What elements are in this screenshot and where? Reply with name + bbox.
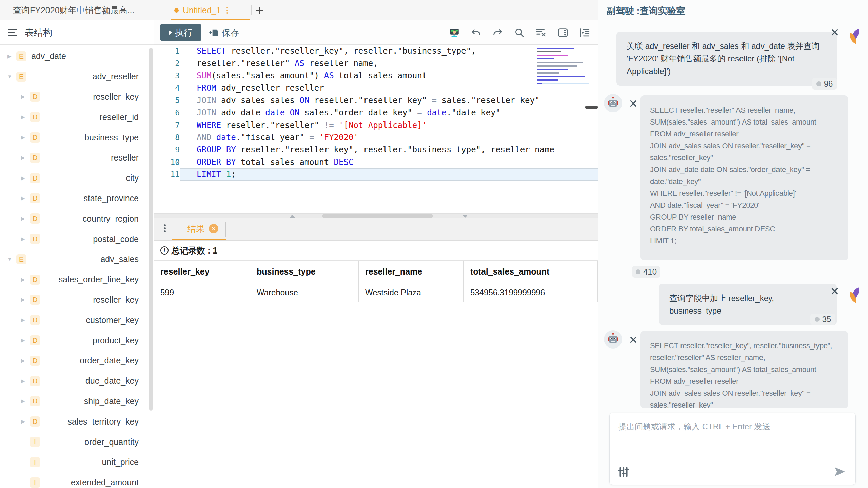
close-message-icon[interactable]: [830, 27, 840, 37]
tree-item-reseller_key[interactable]: ▶Dreseller_key: [0, 87, 154, 107]
chevron-right-icon[interactable]: ▶: [21, 155, 26, 161]
chevron-right-icon[interactable]: ▶: [21, 94, 26, 100]
tree-item-state_province[interactable]: ▶Dstate_province: [0, 188, 154, 209]
sidebar-scrollbar[interactable]: [149, 48, 153, 411]
tree-item-order_date_key[interactable]: ▶Dorder_date_key: [0, 351, 154, 371]
tree-item-extended_amount[interactable]: Iextended_amount: [0, 472, 154, 488]
tab-untitled-1[interactable]: Untitled_1: [174, 0, 229, 20]
tree-item-postal_code[interactable]: ▶Dpostal_code: [0, 229, 154, 249]
table-row[interactable]: 599WarehouseWestside Plaza534956.3199999…: [154, 283, 598, 302]
tree-item-sales_territory_key[interactable]: ▶Dsales_territory_key: [0, 411, 154, 432]
save-button[interactable]: 保存: [209, 24, 239, 41]
close-message-icon[interactable]: [830, 286, 840, 296]
tab-menu-icon[interactable]: [225, 5, 229, 15]
tree-item-country_region[interactable]: ▶Dcountry_region: [0, 208, 154, 229]
type-badge-D: D: [30, 396, 40, 406]
chevron-right-icon[interactable]: ▶: [21, 337, 26, 343]
tree-item-due_date_key[interactable]: ▶Ddue_date_key: [0, 371, 154, 391]
code-text: SUM(sales."sales_amount") AS total_sales…: [180, 71, 427, 80]
tree-item-unit_price[interactable]: Iunit_price: [0, 452, 154, 472]
copilot-logo-icon: [847, 287, 862, 304]
chevron-right-icon[interactable]: ▶: [21, 195, 26, 201]
send-icon[interactable]: [833, 465, 847, 478]
chevron-right-icon[interactable]: ▶: [21, 317, 26, 323]
tree-item-adv_reseller[interactable]: ▼Eadv_reseller: [0, 67, 154, 87]
tree-item-ship_date_key[interactable]: ▶Dship_date_key: [0, 391, 154, 412]
tree-item-label: reseller_id: [40, 112, 139, 122]
results-menu-icon[interactable]: [163, 223, 167, 233]
chevron-down-icon[interactable]: ▼: [7, 257, 13, 262]
close-results-icon[interactable]: ✕: [209, 224, 218, 233]
collapse-down-icon[interactable]: [462, 215, 468, 218]
technologist-icon[interactable]: [449, 27, 460, 38]
chevron-down-icon[interactable]: ▼: [7, 74, 13, 79]
run-button[interactable]: 执行: [160, 24, 201, 41]
chevron-right-icon[interactable]: ▶: [21, 236, 26, 242]
table-cell: 534956.3199999996: [464, 283, 598, 302]
tree-item-sales_order_line_key[interactable]: ▶Dsales_order_line_key: [0, 269, 154, 290]
tree-item-reseller[interactable]: ▶Dreseller: [0, 148, 154, 168]
editor-scroll-handle[interactable]: [585, 106, 598, 109]
chevron-right-icon[interactable]: ▶: [21, 134, 26, 140]
type-badge-E: E: [16, 51, 26, 61]
token-dot-icon: [636, 269, 640, 274]
editor-line-5: 5JOIN adv_sales sales ON reseller."resel…: [154, 94, 598, 107]
sql-editor[interactable]: 1SELECT reseller."reseller_key", reselle…: [154, 45, 598, 213]
search-icon[interactable]: [514, 27, 525, 38]
tab-query-fy2020[interactable]: 查询FY2020财年中销售额最高...: [13, 0, 134, 20]
column-header-business_type: business_type: [250, 261, 359, 283]
tree-item-reseller_key[interactable]: ▶Dreseller_key: [0, 290, 154, 310]
sql-editor-lines: 1SELECT reseller."reseller_key", reselle…: [154, 45, 598, 181]
code-text: AND date."fiscal_year" = 'FY2020': [180, 133, 358, 142]
chevron-right-icon[interactable]: ▶: [7, 53, 13, 59]
tree-item-adv_date[interactable]: ▶Eadv_date: [0, 46, 154, 67]
clear-format-icon[interactable]: [535, 27, 547, 38]
collapse-up-icon[interactable]: [290, 215, 295, 218]
editor-results-splitter[interactable]: [154, 213, 598, 218]
results-tab[interactable]: 结果 ✕: [187, 218, 218, 239]
line-number: 8: [154, 133, 180, 142]
results-panel: i 总记录数 : 1 reseller_keybusiness_typerese…: [154, 241, 598, 488]
results-tab-bar: 结果 ✕: [154, 218, 598, 241]
chevron-right-icon[interactable]: ▶: [21, 378, 26, 384]
tree-item-order_quantity[interactable]: Iorder_quantity: [0, 432, 154, 452]
chevron-right-icon[interactable]: ▶: [21, 418, 26, 425]
undo-icon[interactable]: [470, 27, 482, 38]
chat-input[interactable]: [610, 413, 855, 464]
tab-bar: 查询FY2020财年中销售额最高... Untitled_1: [0, 0, 598, 20]
tune-icon[interactable]: [617, 466, 630, 478]
editor-line-2: 2reseller."reseller" AS reseller_name,: [154, 57, 598, 69]
chevron-right-icon[interactable]: ▶: [21, 358, 26, 364]
panel-icon[interactable]: [557, 27, 569, 38]
tree-item-business_type[interactable]: ▶Dbusiness_type: [0, 127, 154, 148]
menu-icon[interactable]: [8, 29, 17, 36]
editor-minimap[interactable]: [537, 48, 589, 86]
close-message-icon[interactable]: [628, 335, 638, 345]
tab-untitled-1-label: Untitled_1: [183, 5, 221, 15]
chevron-right-icon[interactable]: ▶: [21, 297, 26, 303]
chevron-right-icon[interactable]: ▶: [21, 175, 26, 181]
chevron-right-icon[interactable]: ▶: [21, 398, 26, 404]
tree-item-city[interactable]: ▶Dcity: [0, 168, 154, 188]
close-message-icon[interactable]: [628, 98, 638, 109]
token-count-badge: 35: [810, 314, 835, 325]
tree-item-product_key[interactable]: ▶Dproduct_key: [0, 330, 154, 351]
chevron-right-icon[interactable]: ▶: [21, 114, 26, 120]
tree-item-customer_key[interactable]: ▶Dcustomer_key: [0, 310, 154, 330]
save-icon: [209, 27, 220, 38]
results-tab-separator: [225, 222, 226, 237]
line-number: 10: [154, 158, 180, 167]
robot-avatar: [604, 330, 622, 349]
redo-icon[interactable]: [492, 27, 504, 38]
tree-item-label: business_type: [40, 133, 139, 143]
horizontal-scrollbar[interactable]: [322, 214, 433, 218]
user-message-bubble: 关联 adv_reseller 和 adv_sales 和 adv_date 表…: [616, 32, 837, 86]
chevron-right-icon[interactable]: ▶: [21, 215, 26, 222]
type-badge-E: E: [16, 254, 26, 264]
new-tab-button[interactable]: [254, 4, 266, 16]
indent-icon[interactable]: [579, 27, 590, 38]
type-badge-D: D: [30, 315, 40, 325]
chevron-right-icon[interactable]: ▶: [21, 277, 26, 283]
tree-item-adv_sales[interactable]: ▼Eadv_sales: [0, 249, 154, 269]
tree-item-reseller_id[interactable]: ▶Dreseller_id: [0, 107, 154, 127]
